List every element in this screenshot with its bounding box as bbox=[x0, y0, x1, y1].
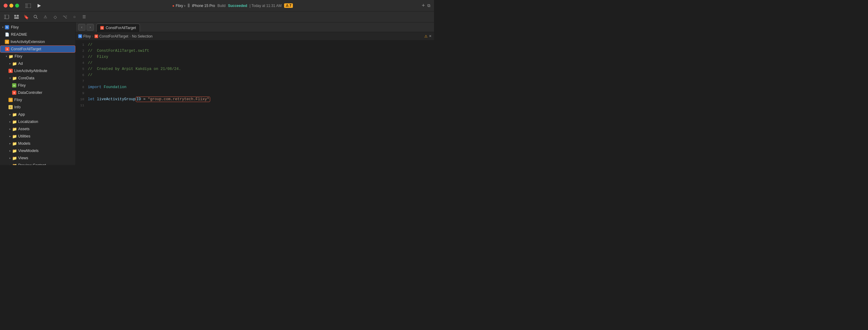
breadcrumb-sep-2: › bbox=[130, 34, 131, 38]
sidebar-item-label-readme: README bbox=[11, 32, 74, 37]
svg-point-8 bbox=[34, 15, 37, 18]
sidebar-item-localization[interactable]: 📁 Localization bbox=[0, 118, 75, 125]
project-icon: S bbox=[5, 25, 9, 29]
svg-rect-7 bbox=[14, 17, 19, 19]
sidebar-item-readme[interactable]: 📄 README bbox=[0, 31, 75, 38]
tab-label-constforall: ConstForAllTarget bbox=[106, 26, 136, 30]
sidebar-item-label-localization: Localization bbox=[18, 120, 74, 124]
code-line-10: 10 let liveActivityGroupID = "group.com.… bbox=[76, 96, 434, 102]
sidebar-item-assets[interactable]: 📁 Assets bbox=[0, 125, 75, 133]
sidebar-item-models[interactable]: 📁 Models bbox=[0, 140, 75, 147]
breadcrumb: S Flixy › S ConstForAllTarget › No Selec… bbox=[76, 32, 434, 40]
flixy-widget-icon: ⊡ bbox=[8, 98, 13, 102]
device-name: iPhone 15 Pro bbox=[192, 4, 215, 8]
git-btn[interactable]: ⌥ bbox=[61, 13, 69, 21]
add-editor-button[interactable]: + bbox=[422, 2, 425, 9]
sidebar-item-flixy-folder[interactable]: 📁 Flixy bbox=[0, 53, 75, 60]
close-button[interactable] bbox=[4, 4, 7, 7]
play-button[interactable] bbox=[35, 4, 43, 7]
titlebar: ● Flixy › iPhone 15 Pro Build Succeeded … bbox=[0, 0, 434, 11]
sidebar-item-coredata[interactable]: 📁 CoreData bbox=[0, 74, 75, 82]
liveactivityattr-swift-icon: S bbox=[8, 69, 13, 73]
sidebar-item-liveactivityattr[interactable]: S LiveActivityAttribute bbox=[0, 67, 75, 74]
shape-btn[interactable]: ○ bbox=[70, 13, 79, 21]
sidebar-item-ad[interactable]: 📁 Ad bbox=[0, 60, 75, 67]
info-plist-icon: i bbox=[8, 105, 13, 109]
breadcrumb-swift-icon: S bbox=[94, 34, 98, 38]
chevron-flixy-folder bbox=[5, 55, 8, 58]
editor-close-icon: ✕ bbox=[429, 34, 432, 38]
code-line-4: 4 // bbox=[76, 60, 434, 66]
build-time: | Today at 11:31 AM bbox=[250, 4, 282, 8]
sidebar-item-label-constforall: ConstForAllTarget bbox=[11, 47, 74, 51]
sidebar-item-viewmodels[interactable]: 📁 ViewModels bbox=[0, 147, 75, 155]
sidebar-item-label-info: Info bbox=[14, 105, 74, 109]
breadcrumb-sep-1: › bbox=[92, 34, 93, 38]
chevron-assets bbox=[8, 128, 11, 131]
nav-forward-btn[interactable]: › bbox=[87, 24, 94, 31]
breadcrumb-constforall[interactable]: ConstForAllTarget bbox=[99, 34, 128, 38]
warning-toolbar-btn[interactable]: ⚠ bbox=[41, 13, 50, 21]
diamond-btn[interactable]: ◇ bbox=[51, 13, 59, 21]
preview-content-folder-icon: 📁 bbox=[12, 163, 17, 165]
sidebar-item-label-assets: Assets bbox=[18, 127, 74, 131]
warning-badge[interactable]: ⚠ 7 bbox=[284, 3, 293, 8]
sidebar-item-label-preview-content: Preview Content bbox=[18, 163, 74, 165]
sidebar-item-info[interactable]: i Info bbox=[0, 103, 75, 111]
code-line-6: 6 // bbox=[76, 72, 434, 78]
code-editor[interactable]: 1 // 2 // ConstForAllTarget.swift 3 // F… bbox=[76, 40, 434, 165]
code-line-5: 5 // Created by Arpit Kakdiya on 21/08/2… bbox=[76, 66, 434, 72]
liveactivity-ext-icon: ⊡ bbox=[5, 40, 9, 44]
sidebar-item-utilities[interactable]: 📁 Utilities bbox=[0, 133, 75, 140]
breadcrumb-project-icon: S bbox=[78, 34, 82, 38]
sidebar-item-label-utilities: Utilities bbox=[18, 134, 74, 138]
titlebar-center: ● Flixy › iPhone 15 Pro Build Succeeded … bbox=[43, 3, 422, 8]
split-view-button[interactable]: ⧉ bbox=[427, 3, 430, 8]
tab-swift-icon: S bbox=[100, 26, 104, 30]
svg-line-9 bbox=[36, 18, 37, 19]
sidebar-item-constforall[interactable]: S ConstForAllTarget bbox=[0, 45, 75, 53]
sidebar-item-flixy-widget[interactable]: ⊡ Flixy bbox=[0, 96, 75, 103]
sidebar-item-label-app: App bbox=[18, 112, 74, 117]
sidebar-item-label-ad: Ad bbox=[18, 62, 74, 66]
sidebar-toggle-titlebar[interactable] bbox=[24, 2, 32, 9]
sidebar-item-label-flixy-xcmodel: Flixy bbox=[18, 83, 74, 88]
editor-warning-icon[interactable]: ⚠ bbox=[424, 34, 428, 38]
doc-btn[interactable]: ☰ bbox=[80, 13, 88, 21]
breadcrumb-no-selection[interactable]: No Selection bbox=[132, 34, 153, 38]
tab-constforall[interactable]: S ConstForAllTarget bbox=[96, 24, 140, 32]
sidebar-item-app[interactable]: 📁 App bbox=[0, 111, 75, 118]
sidebar-item-label-datacontroller: DataController bbox=[18, 91, 74, 95]
sidebar-item-preview-content[interactable]: 📁 Preview Content bbox=[0, 162, 75, 165]
chevron-utilities bbox=[8, 135, 11, 138]
sidebar-item-flixy-xcmodel[interactable]: M Flixy bbox=[0, 82, 75, 89]
bookmark-btn[interactable]: 🔖 bbox=[22, 13, 30, 21]
build-prefix: Build bbox=[217, 4, 226, 8]
models-folder-icon: 📁 bbox=[12, 141, 17, 146]
svg-rect-0 bbox=[26, 4, 31, 8]
breadcrumb-flixy[interactable]: Flixy bbox=[83, 34, 91, 38]
build-info: Build Succeeded | Today at 11:31 AM ⚠ 7 bbox=[217, 3, 293, 8]
sidebar-item-label-liveactivity-ext: liveActivityExtension bbox=[10, 40, 74, 44]
code-line-11: 11 bbox=[76, 102, 434, 108]
minimize-button[interactable] bbox=[9, 4, 13, 7]
code-line-3: 3 // Flixy bbox=[76, 54, 434, 60]
sidebar-item-datacontroller[interactable]: S DataController bbox=[0, 89, 75, 96]
sidebar-item-views[interactable]: 📁 Views bbox=[0, 155, 75, 162]
maximize-button[interactable] bbox=[15, 4, 19, 7]
navigator-toggle-btn[interactable] bbox=[2, 13, 11, 21]
xcmodel-icon: M bbox=[12, 83, 17, 88]
search-btn[interactable] bbox=[31, 13, 40, 21]
chevron-localization bbox=[8, 120, 11, 123]
layout-btn[interactable] bbox=[12, 13, 21, 21]
sidebar: S Flixy 📄 README ⊡ liveActivityExtension… bbox=[0, 23, 76, 165]
sidebar-item-label-viewmodels: ViewModels bbox=[18, 148, 74, 153]
tab-bar: ‹ › S ConstForAllTarget bbox=[76, 23, 434, 32]
chevron-ad bbox=[8, 62, 11, 65]
sidebar-item-flixy-root[interactable]: S Flixy bbox=[0, 24, 75, 31]
nav-back-btn[interactable]: ‹ bbox=[78, 24, 85, 31]
sidebar-item-liveactivity-ext[interactable]: ⊡ liveActivityExtension bbox=[0, 38, 75, 45]
coredata-folder-icon: 📁 bbox=[12, 76, 17, 80]
chevron-models bbox=[8, 142, 11, 145]
svg-rect-2 bbox=[188, 4, 190, 7]
